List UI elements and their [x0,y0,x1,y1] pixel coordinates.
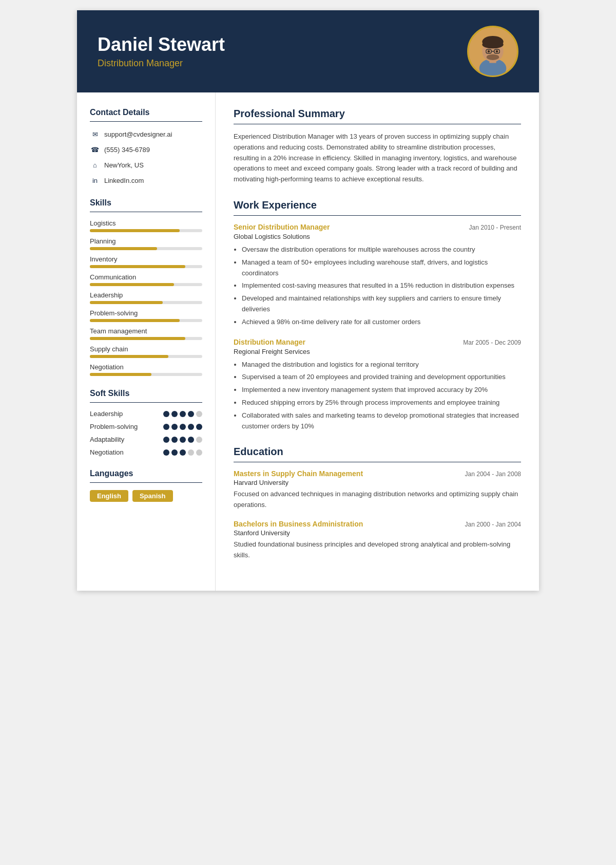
contact-divider [90,121,202,122]
skill-item: Logistics [90,219,202,232]
skill-bar-fill [90,229,180,232]
skill-dot [171,449,178,456]
soft-skill-name: Negotiation [90,448,124,456]
skill-bar-bg [90,355,202,358]
contact-text: NewYork, US [104,161,144,169]
job-bullet: Developed and maintained relationships w… [242,293,521,315]
job-company: Regional Freight Services [234,348,521,355]
contact-icon-location: ⌂ [90,160,100,170]
soft-skills-list: LeadershipProblem-solvingAdaptabilityNeg… [90,410,202,456]
edu-date: Jan 2004 - Jan 2008 [465,471,521,478]
skill-name: Team management [90,327,202,335]
skill-dots [163,424,202,430]
profile-photo [467,26,518,77]
job-item: Senior Distribution Manager Jan 2010 - P… [234,223,521,328]
language-tags: EnglishSpanish [90,490,202,502]
contact-text: support@cvdesigner.ai [104,130,172,138]
skill-dot [163,424,169,430]
skills-list: Logistics Planning Inventory Communicati… [90,219,202,376]
skill-dots [163,437,202,443]
languages-section: Languages EnglishSpanish [90,469,202,502]
skill-bar-fill [90,319,180,322]
resume-document: Daniel Stewart Distribution Manager [77,10,539,591]
skill-name: Leadership [90,291,202,299]
skill-dot [163,449,169,456]
skill-dot [196,449,202,456]
summary-divider [234,124,521,124]
soft-skills-divider [90,402,202,403]
skill-bar-bg [90,247,202,250]
soft-skill-item: Leadership [90,410,202,418]
skill-dot [196,437,202,443]
edu-description: Focused on advanced techniques in managi… [234,489,521,511]
soft-skills-section-title: Soft Skills [90,389,202,398]
job-bullets: Managed the distribution and logistics f… [234,360,521,432]
sidebar: Contact Details ✉support@cvdesigner.ai☎(… [77,92,216,591]
summary-section-title: Professional Summary [234,108,521,120]
contact-list: ✉support@cvdesigner.ai☎(555) 345-6789⌂Ne… [90,129,202,185]
languages-divider [90,482,202,483]
resume-body: Contact Details ✉support@cvdesigner.ai☎(… [77,92,539,591]
job-title: Senior Distribution Manager [234,223,330,231]
job-bullet: Managed a team of 50+ employees includin… [242,257,521,279]
job-bullet: Implemented a new inventory management s… [242,385,521,396]
edu-school: Stanford University [234,529,521,537]
skill-bar-bg [90,301,202,304]
skill-dot [188,424,194,430]
job-header: Distribution Manager Mar 2005 - Dec 2009 [234,338,521,346]
skill-bar-bg [90,373,202,376]
skill-dot [171,437,178,443]
edu-degree: Bachelors in Business Administration [234,520,363,528]
language-tag: English [90,490,128,502]
experience-section-title: Work Experience [234,199,521,211]
skill-bar-fill [90,373,151,376]
header-name-block: Daniel Stewart Distribution Manager [98,34,225,69]
skill-name: Supply chain [90,345,202,353]
skills-section: Skills Logistics Planning Inventory Comm… [90,198,202,376]
skill-bar-fill [90,247,157,250]
skill-dot [180,424,186,430]
contact-item: ✉support@cvdesigner.ai [90,129,202,139]
experience-section: Work Experience Senior Distribution Mana… [234,199,521,431]
job-company: Global Logistics Solutions [234,233,521,240]
soft-skills-section: Soft Skills LeadershipProblem-solvingAda… [90,389,202,456]
summary-section: Professional Summary Experienced Distrib… [234,108,521,185]
skill-bar-fill [90,301,163,304]
summary-text: Experienced Distribution Manager with 13… [234,131,521,185]
svg-point-5 [482,41,503,48]
skill-dots [163,449,202,456]
skill-dot [171,411,178,417]
skill-item: Planning [90,237,202,250]
skill-dot [188,449,194,456]
skill-name: Logistics [90,219,202,227]
contact-icon-linkedin: in [90,175,100,185]
languages-section-title: Languages [90,469,202,478]
jobs-list: Senior Distribution Manager Jan 2010 - P… [234,223,521,431]
skill-dot [163,411,169,417]
main-content: Professional Summary Experienced Distrib… [216,92,539,591]
job-date: Jan 2010 - Present [469,224,521,231]
skill-dot [196,424,202,430]
skill-bar-fill [90,265,185,268]
skill-bar-fill [90,355,168,358]
contact-icon-phone: ☎ [90,144,100,155]
contact-item: inLinkedIn.com [90,175,202,185]
soft-skill-name: Leadership [90,410,123,418]
education-item: Bachelors in Business Administration Jan… [234,520,521,561]
skill-dot [171,424,178,430]
skill-dot [188,411,194,417]
job-title: Distribution Manager [234,338,305,346]
contact-text: (555) 345-6789 [104,146,150,154]
job-bullet: Supervised a team of 20 employees and pr… [242,372,521,383]
contact-icon-email: ✉ [90,129,100,139]
skill-bar-bg [90,265,202,268]
education-section-title: Education [234,446,521,458]
edu-description: Studied foundational business principles… [234,539,521,561]
language-tag: Spanish [132,490,173,502]
soft-skill-item: Adaptability [90,436,202,443]
job-header: Senior Distribution Manager Jan 2010 - P… [234,223,521,231]
soft-skill-name: Problem-solving [90,423,138,430]
edu-header: Bachelors in Business Administration Jan… [234,520,521,528]
contact-item: ☎(555) 345-6789 [90,144,202,155]
soft-skill-name: Adaptability [90,436,124,443]
